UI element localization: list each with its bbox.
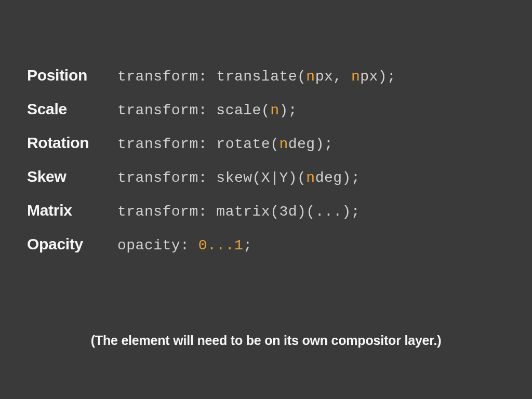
table-row: Opacity opacity: 0...1; [27, 235, 505, 254]
row-label: Rotation [27, 134, 117, 152]
row-code: transform: scale(n); [117, 102, 297, 118]
row-label: Matrix [27, 202, 117, 219]
row-label: Scale [27, 100, 117, 118]
row-label: Opacity [27, 235, 117, 253]
table-row: Position transform: translate(npx, npx); [27, 66, 505, 85]
row-code: transform: matrix(3d)(...); [117, 204, 360, 220]
row-label: Position [27, 66, 117, 84]
row-code: opacity: 0...1; [117, 237, 252, 254]
row-code: transform: rotate(ndeg); [117, 136, 333, 152]
row-label: Skew [27, 168, 117, 185]
transform-table: Position transform: translate(npx, npx);… [0, 0, 532, 254]
table-row: Scale transform: scale(n); [27, 100, 505, 118]
row-code: transform: skew(X|Y)(ndeg); [117, 170, 360, 186]
table-row: Matrix transform: matrix(3d)(...); [27, 202, 505, 220]
table-row: Rotation transform: rotate(ndeg); [27, 134, 505, 152]
table-row: Skew transform: skew(X|Y)(ndeg); [27, 168, 505, 186]
row-code: transform: translate(npx, npx); [117, 69, 396, 85]
footnote: (The element will need to be on its own … [0, 333, 532, 348]
